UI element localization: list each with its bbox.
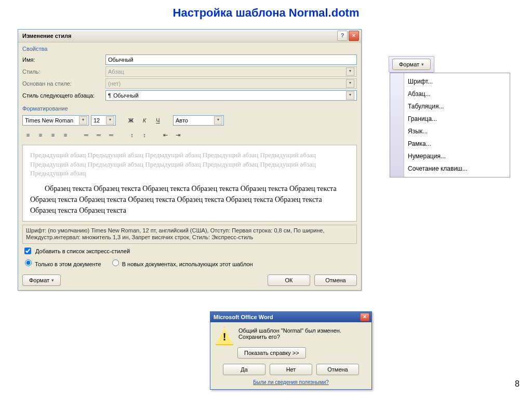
paragraph-toolbar: ≡ ≡ ≡ ≡ ═ ═ ═ ↕ ↕ ⇤ ⇥ xyxy=(18,128,361,142)
dialog-titlebar[interactable]: Изменение стиля ? × xyxy=(18,30,361,43)
font-color-select[interactable]: Авто xyxy=(173,115,224,126)
page-number: 8 xyxy=(515,379,520,389)
chevron-down-icon[interactable] xyxy=(214,116,222,125)
msgbox-title: Microsoft Office Word xyxy=(214,314,273,320)
chevron-down-icon xyxy=(346,67,354,76)
msgbox-text: Общий шаблон "Normal" был изменен. Сохра… xyxy=(238,327,366,340)
space-before-icon[interactable]: ↕ xyxy=(126,129,138,141)
preview-previous: Предыдущий абзац Предыдущий абзац Предыд… xyxy=(30,150,349,178)
msgbox-titlebar[interactable]: Microsoft Office Word × xyxy=(210,312,371,322)
save-template-msgbox: Microsoft Office Word × ! Общий шаблон "… xyxy=(210,311,372,390)
based-on-select: (нет) xyxy=(105,78,357,89)
menu-item-frame[interactable]: Рамка... xyxy=(390,138,510,150)
indent-decrease-icon[interactable]: ⇤ xyxy=(159,129,171,141)
name-input[interactable]: Обычный xyxy=(105,54,357,65)
help-icon[interactable]: ? xyxy=(337,31,348,41)
warning-icon: ! xyxy=(216,327,233,345)
msgbox-cancel-button[interactable]: Отмена xyxy=(316,364,359,375)
label-style-type: Стиль: xyxy=(22,68,105,75)
ok-button[interactable]: ОК xyxy=(268,275,310,286)
preview-pane: Предыдущий абзац Предыдущий абзац Предыд… xyxy=(22,145,357,222)
next-style-select[interactable]: Обычный xyxy=(105,90,357,101)
italic-button[interactable]: К xyxy=(139,115,150,126)
format-button[interactable]: Формат xyxy=(22,275,61,286)
menu-item-border[interactable]: Граница... xyxy=(390,113,510,125)
style-description: Шрифт: (по умолчанию) Times New Roman, 1… xyxy=(22,225,357,244)
radio-new-docs[interactable]: В новых документах, использующих этот ша… xyxy=(110,258,253,267)
chevron-down-icon[interactable] xyxy=(79,116,87,125)
align-justify-icon[interactable]: ≡ xyxy=(60,129,71,141)
align-right-icon[interactable]: ≡ xyxy=(47,129,59,141)
line-spacing-2-icon[interactable]: ═ xyxy=(105,129,117,141)
preview-sample: Образец текста Образец текста Образец те… xyxy=(30,183,349,216)
close-icon[interactable]: × xyxy=(349,31,359,41)
group-formatting: Форматирование xyxy=(18,102,361,113)
font-name-select[interactable]: Times New Roman xyxy=(22,115,89,126)
slide-title: Настройка шаблона Normal.dotm xyxy=(0,6,532,20)
dialog-title: Изменение стиля xyxy=(22,33,71,39)
format-button-host: Формат xyxy=(389,56,434,73)
yes-button[interactable]: Да xyxy=(223,364,265,375)
indent-increase-icon[interactable]: ⇥ xyxy=(172,129,183,141)
line-spacing-1-icon[interactable]: ═ xyxy=(81,129,92,141)
menu-item-shortcut[interactable]: Сочетание клавиш... xyxy=(390,162,510,175)
align-left-icon[interactable]: ≡ xyxy=(22,129,34,141)
menu-item-tabs[interactable]: Табуляция... xyxy=(390,100,510,113)
no-button[interactable]: Нет xyxy=(270,364,312,375)
chevron-down-icon[interactable] xyxy=(346,91,354,100)
group-properties: Свойства xyxy=(18,43,361,53)
align-center-icon[interactable]: ≡ xyxy=(35,129,46,141)
menu-item-font[interactable]: Шрифт... xyxy=(390,75,510,88)
radio-this-doc[interactable]: Только в этом документе xyxy=(22,258,101,267)
show-help-button[interactable]: Показать справку >> xyxy=(237,347,306,359)
feedback-link[interactable]: Были ли сведения полезными? xyxy=(210,379,371,389)
menu-item-paragraph[interactable]: Абзац... xyxy=(390,88,510,100)
express-style-checkbox[interactable] xyxy=(24,248,31,254)
bold-button[interactable]: Ж xyxy=(125,115,137,126)
underline-button[interactable]: Ч xyxy=(152,115,164,126)
close-icon[interactable]: × xyxy=(360,313,369,321)
chevron-down-icon xyxy=(346,79,354,88)
style-type-select: Абзац xyxy=(105,66,357,77)
menu-item-numbering[interactable]: Нумерация... xyxy=(390,150,510,162)
label-next-style: Стиль следующего абзаца: xyxy=(22,92,105,99)
format-popup-button[interactable]: Формат xyxy=(392,59,431,70)
chevron-down-icon[interactable] xyxy=(106,116,114,125)
express-style-label: Добавить в список экспресс-стилей xyxy=(35,248,130,254)
label-name: Имя: xyxy=(22,57,105,63)
label-based-on: Основан на стиле: xyxy=(22,80,105,87)
menu-item-language[interactable]: Язык... xyxy=(390,125,510,138)
font-size-select[interactable]: 12 xyxy=(91,115,116,126)
modify-style-dialog: Изменение стиля ? × Свойства Имя: Обычны… xyxy=(18,29,362,291)
format-menu: Шрифт... Абзац... Табуляция... Граница..… xyxy=(390,73,510,177)
cancel-button[interactable]: Отмена xyxy=(314,275,357,286)
line-spacing-15-icon[interactable]: ═ xyxy=(93,129,104,141)
space-after-icon[interactable]: ↕ xyxy=(139,129,150,141)
